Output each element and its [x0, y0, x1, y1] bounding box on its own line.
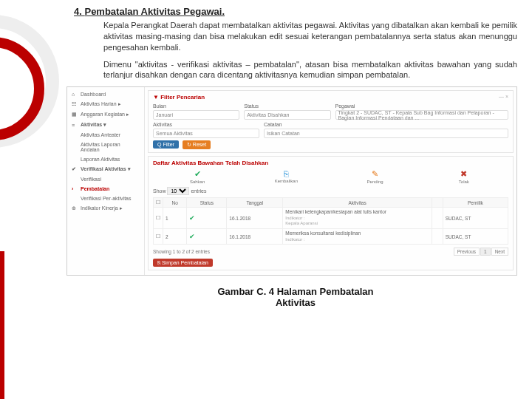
table-icon: ▦: [72, 112, 78, 117]
sidebar-item-verifikasi[interactable]: ✔Verifikasi Aktivitas ▾: [67, 164, 144, 174]
simpan-pembatalan-button[interactable]: ⎘ Simpan Pembatalan: [153, 259, 213, 267]
check-icon: ✔: [153, 169, 242, 179]
main-panel: — × ▼ Filter Pencarian BulanJanuari Stat…: [145, 87, 516, 275]
col-no: No: [163, 198, 187, 208]
paragraph-1: Kepala Perangkat Daerah dapat membatalka…: [103, 20, 517, 53]
paragraph-2: Dimenu "aktivitas - verifikasi aktivitas…: [103, 59, 517, 81]
plus-circle-icon: ⊕: [72, 205, 78, 211]
screenshot-figure: ⌂Dashboard ☷Aktivitas Harian ▸ ▦Anggaran…: [66, 86, 517, 276]
sidebar-item-verif-sub[interactable]: Verifikasi: [67, 174, 144, 184]
grid-icon: ☷: [72, 101, 78, 107]
legend-kembalikan: ⎘Kembalikan: [242, 169, 330, 184]
sidebar-item-peraktivitas[interactable]: Verifikasi Per-aktivitas: [67, 194, 144, 203]
showing-text: Showing 1 to 2 of 2 entries: [153, 249, 210, 254]
table-row: ☐ 2 ✔ 16.1.2018 Memeriksa konsultansi ke…: [154, 229, 508, 245]
legend-pending: ✎Pending: [331, 169, 420, 184]
check-icon: ✔: [72, 166, 78, 172]
table-header-row: ☐ No Status Tanggal Aktivitas Pemilik: [154, 198, 508, 208]
page-prev[interactable]: Previous: [454, 248, 480, 256]
col-empty: [432, 198, 443, 208]
x-icon: ✖: [420, 169, 508, 179]
label-aktivitas: Aktivitas: [153, 122, 259, 127]
col-tanggal: Tanggal: [227, 198, 283, 208]
label-catatan: Catatan: [264, 122, 508, 127]
minimize-icon[interactable]: — ×: [499, 94, 508, 99]
input-catatan[interactable]: Isikan Catatan: [264, 129, 508, 138]
sidebar-item-aktivitas-harian[interactable]: ☷Aktivitas Harian ▸: [67, 99, 144, 109]
input-aktivitas[interactable]: Semua Aktivitas: [153, 129, 259, 138]
heading-number: 4.: [74, 6, 84, 17]
chevron-right-icon: ›: [72, 186, 78, 191]
col-status: Status: [187, 198, 227, 208]
return-icon: ⎘: [242, 169, 330, 178]
label-pegawai: Pegawai: [335, 103, 509, 109]
select-bulan[interactable]: Januari: [153, 110, 239, 120]
sidebar-item-aktivitas[interactable]: ≡Aktivitas ▾: [67, 120, 144, 130]
aktivitas-table: ☐ No Status Tanggal Aktivitas Pemilik ☐ …: [153, 197, 508, 245]
sidebar-item-indikator[interactable]: ⊕Indikator Kinerja ▸: [67, 203, 144, 214]
edit-icon: ✎: [331, 169, 420, 179]
select-pegawai[interactable]: Tingkat 2 - SUDAC, ST - Kepala Sub Bag I…: [335, 110, 509, 120]
status-check-icon: ✔: [187, 229, 227, 245]
label-bulan: Bulan: [153, 103, 239, 109]
sidebar-item-dashboard[interactable]: ⌂Dashboard: [67, 89, 144, 99]
entries-select[interactable]: 10: [167, 187, 189, 195]
row-checkbox[interactable]: ☐: [154, 229, 163, 245]
col-aktivitas: Aktivitas: [283, 198, 432, 208]
list-icon: ≡: [72, 123, 78, 128]
sidebar-item-sub2[interactable]: Aktivitas Laporan Andalan: [67, 140, 144, 154]
sidebar-item-sub3[interactable]: Laporan Aktivitas: [67, 154, 144, 164]
heading-title: Pembatalan Aktivitas Pegawai.: [84, 6, 225, 17]
col-pemilik: Pemilik: [443, 198, 508, 208]
sidebar-item-pembatalan[interactable]: ›Pembatalan: [67, 184, 144, 194]
table-row: ☐ 1 ✔ 16.1.2018 Menikari kelengkapan/kes…: [154, 208, 508, 229]
legend-sahkan: ✔Sahkan: [153, 169, 242, 184]
entries-selector: Show 10 entries: [153, 187, 508, 195]
filter-button[interactable]: Q Filter: [153, 140, 179, 149]
legend-tolak: ✖Tolak: [420, 169, 508, 184]
home-icon: ⌂: [72, 92, 78, 97]
status-check-icon: ✔: [187, 208, 227, 229]
sidebar-item-sub1[interactable]: Aktivitas Anteater: [67, 130, 144, 140]
filter-title: ▼ Filter Pencarian: [153, 94, 508, 100]
label-status: Status: [244, 103, 330, 109]
sidebar: ⌂Dashboard ☷Aktivitas Harian ▸ ▦Anggaran…: [67, 87, 145, 275]
reset-button[interactable]: ↻ Reset: [183, 140, 211, 149]
daftar-panel: Daftar Aktivitas Bawahan Telah Disahkan …: [148, 156, 514, 270]
page-next[interactable]: Next: [491, 248, 508, 256]
sidebar-item-anggaran[interactable]: ▦Anggaran Kegiatan ▸: [67, 109, 144, 120]
figure-caption: Gambar C. 4 Halaman Pembatalan Aktivitas: [74, 286, 517, 308]
daftar-title: Daftar Aktivitas Bawahan Telah Disahkan: [153, 160, 508, 166]
filter-panel: — × ▼ Filter Pencarian BulanJanuari Stat…: [148, 90, 514, 153]
select-status[interactable]: Aktivitas Disahkan: [244, 110, 330, 120]
page-1[interactable]: 1: [480, 248, 491, 256]
row-checkbox[interactable]: ☐: [154, 208, 163, 229]
section-heading: 4. Pembatalan Aktivitas Pegawai.: [74, 6, 517, 17]
pagination: Previous1Next: [453, 248, 508, 256]
col-checkbox[interactable]: ☐: [154, 198, 163, 208]
action-legend: ✔Sahkan ⎘Kembalikan ✎Pending ✖Tolak: [153, 169, 508, 184]
